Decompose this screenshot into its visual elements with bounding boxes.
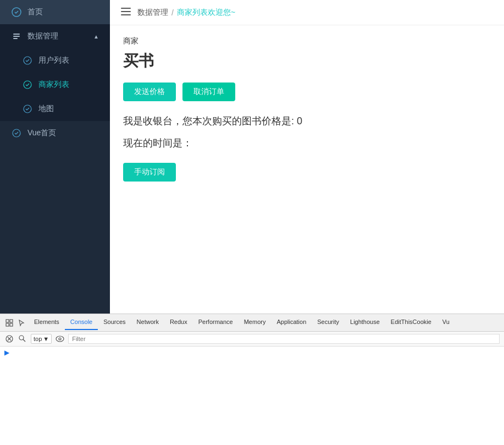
- devtools-icons-left: [2, 318, 29, 328]
- hamburger-icon[interactable]: [121, 7, 131, 18]
- devtools-eye-icon[interactable]: [55, 334, 65, 344]
- svg-point-5: [24, 81, 31, 89]
- manual-order-row: 手动订阅: [123, 163, 491, 182]
- breadcrumb: 数据管理 / 商家列表欢迎您~: [137, 8, 235, 18]
- main-content: 数据管理 / 商家列表欢迎您~ 商家 买书 发送价格 取消订单 我是收银台，您本…: [110, 0, 504, 314]
- devtools-tab-redux[interactable]: Redux: [164, 315, 193, 330]
- svg-rect-10: [121, 14, 131, 15]
- merchant-list-icon: [22, 79, 33, 90]
- devtools-panel: Elements Console Sources Network Redux P…: [0, 314, 504, 445]
- sidebar-item-vue-home-label: Vue首页: [27, 128, 56, 138]
- devtools-tab-edit-cookie[interactable]: EditThisCookie: [385, 315, 437, 330]
- send-price-button[interactable]: 发送价格: [123, 83, 176, 101]
- sidebar-submenu-data-management: 用户列表 商家列表 地图: [0, 48, 110, 121]
- svg-point-4: [24, 57, 31, 64]
- topbar: 数据管理 / 商家列表欢迎您~: [110, 0, 504, 25]
- data-management-icon: [11, 31, 22, 42]
- svg-point-17: [56, 336, 64, 342]
- devtools-tab-lighthouse[interactable]: Lighthouse: [345, 315, 385, 330]
- breadcrumb-current: 商家列表欢迎您~: [177, 8, 235, 18]
- svg-rect-8: [121, 8, 131, 9]
- data-management-chevron: ▲: [93, 34, 99, 40]
- svg-point-18: [59, 338, 61, 340]
- sidebar-item-data-management[interactable]: 数据管理 ▲: [0, 24, 110, 48]
- devtools-tab-vue[interactable]: Vu: [437, 315, 455, 330]
- home-icon: [11, 7, 22, 18]
- sidebar-item-user-list-label: 用户列表: [38, 56, 69, 65]
- svg-rect-1: [13, 34, 20, 35]
- devtools-context-dropdown-icon: ▼: [43, 336, 49, 342]
- devtools-context-selector[interactable]: top ▼: [31, 334, 52, 344]
- vue-home-icon: [11, 128, 22, 139]
- price-display: 我是收银台，您本次购买的图书价格是: 0: [123, 114, 491, 128]
- sidebar-item-map-label: 地图: [38, 104, 54, 114]
- devtools-tab-performance[interactable]: Performance: [193, 315, 239, 330]
- sidebar-item-vue-home[interactable]: Vue首页: [0, 121, 110, 145]
- devtools-tab-security[interactable]: Security: [312, 315, 345, 330]
- sidebar-item-merchant-list[interactable]: 商家列表: [0, 73, 110, 97]
- sidebar-item-merchant-list-label: 商家列表: [38, 80, 69, 90]
- sidebar: 首页 数据管理 ▲: [0, 0, 110, 314]
- devtools-context-value: top: [34, 336, 42, 342]
- svg-point-16: [19, 336, 24, 340]
- svg-rect-2: [13, 36, 20, 37]
- sidebar-item-home[interactable]: 首页: [0, 0, 110, 24]
- svg-point-6: [24, 105, 31, 113]
- breadcrumb-separator: /: [171, 8, 174, 17]
- devtools-tab-application[interactable]: Application: [271, 315, 312, 330]
- svg-rect-12: [10, 320, 13, 322]
- svg-rect-3: [13, 38, 18, 39]
- svg-rect-14: [10, 323, 13, 326]
- devtools-tab-memory[interactable]: Memory: [239, 315, 272, 330]
- svg-rect-11: [6, 320, 9, 322]
- sidebar-item-user-list[interactable]: 用户列表: [0, 48, 110, 73]
- devtools-clear-icon[interactable]: [4, 334, 14, 344]
- breadcrumb-parent: 数据管理: [137, 8, 168, 18]
- svg-point-7: [13, 129, 20, 137]
- devtools-filter-icon[interactable]: [18, 334, 27, 344]
- manual-order-button[interactable]: 手动订阅: [123, 163, 176, 182]
- user-list-icon: [22, 55, 33, 66]
- sidebar-item-home-label: 首页: [27, 7, 43, 17]
- svg-rect-9: [121, 11, 131, 12]
- devtools-tab-console[interactable]: Console: [65, 315, 98, 330]
- sidebar-item-map[interactable]: 地图: [0, 97, 110, 121]
- action-buttons: 发送价格 取消订单: [123, 83, 491, 101]
- devtools-tab-elements[interactable]: Elements: [29, 315, 65, 330]
- svg-rect-13: [6, 323, 9, 326]
- console-caret: ▶: [4, 349, 9, 356]
- time-display: 现在的时间是：: [123, 136, 491, 150]
- devtools-tab-network[interactable]: Network: [131, 315, 164, 330]
- page-subtitle: 商家: [123, 36, 491, 46]
- devtools-cursor-icon[interactable]: [16, 318, 26, 328]
- devtools-filter-input[interactable]: [68, 334, 500, 344]
- page-title: 买书: [123, 51, 491, 72]
- page-body: 商家 买书 发送价格 取消订单 我是收银台，您本次购买的图书价格是: 0 现在的…: [110, 25, 504, 206]
- devtools-tab-sources[interactable]: Sources: [98, 315, 131, 330]
- cancel-order-button[interactable]: 取消订单: [182, 83, 235, 101]
- devtools-console-toolbar: top ▼: [0, 332, 504, 347]
- sidebar-item-data-management-label: 数据管理: [27, 31, 58, 41]
- map-icon: [22, 103, 33, 114]
- devtools-tabs: Elements Console Sources Network Redux P…: [0, 314, 504, 332]
- devtools-inspect-icon[interactable]: [4, 318, 14, 328]
- devtools-console-body: ▶: [0, 347, 504, 445]
